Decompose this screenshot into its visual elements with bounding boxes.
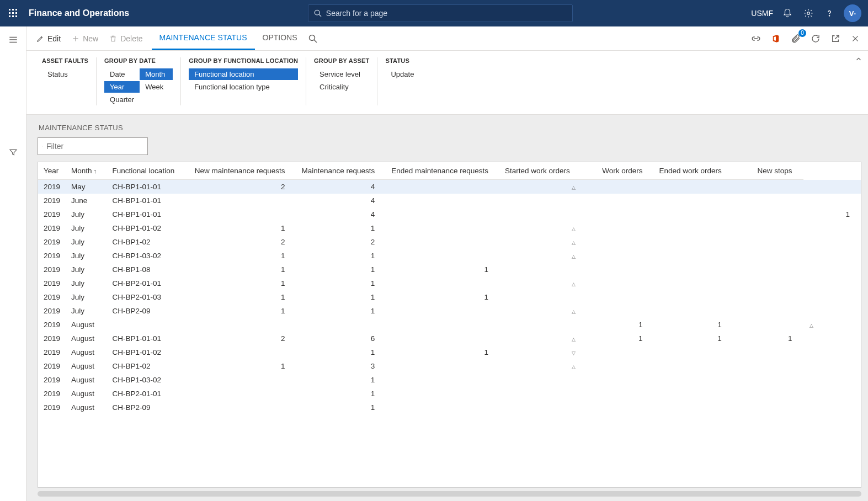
notifications-icon[interactable] [781, 7, 794, 20]
attachments-icon[interactable]: 0 [790, 33, 802, 45]
col-maintenance-requests[interactable]: Maintenance requests [296, 162, 386, 180]
find-button[interactable] [305, 26, 323, 50]
chip-quarter[interactable]: Quarter [104, 94, 140, 105]
table-row[interactable]: 2019AugustCH-BP1-01-0211▽ [38, 345, 861, 359]
trend-up-icon: △ [810, 323, 813, 328]
collapse-action-pane-icon[interactable] [855, 55, 862, 63]
refresh-icon[interactable] [810, 33, 822, 45]
chip-week[interactable]: Week [140, 81, 173, 93]
table-row[interactable]: 2019JulyCH-BP1-03-0211△ [38, 249, 861, 263]
filter-pane-icon[interactable] [7, 146, 20, 159]
chip-update[interactable]: Update [385, 68, 419, 80]
chip-date[interactable]: Date [104, 68, 140, 80]
popout-icon[interactable] [829, 33, 842, 45]
svg-rect-8 [15, 15, 17, 17]
app-launcher-icon[interactable] [7, 7, 20, 20]
table-row[interactable]: 2019MayCH-BP1-01-0124△ [38, 180, 861, 194]
grid-filter[interactable] [38, 137, 148, 155]
trend-up-icon: △ [572, 226, 576, 232]
table-row[interactable]: 2019AugustCH-BP1-0213△ [38, 359, 861, 373]
chip-functional-location[interactable]: Functional location [189, 68, 298, 80]
global-search-input[interactable] [326, 9, 567, 18]
svg-rect-4 [12, 12, 14, 14]
trend-up-icon: △ [572, 185, 576, 190]
table-row[interactable]: 2019JulyCH-BP1-08111 [38, 263, 861, 276]
top-navbar: Finance and Operations USMF V- [0, 0, 868, 26]
group-status: STATUS Update [377, 57, 427, 105]
col-started-work-orders[interactable]: Started work orders [499, 162, 581, 180]
svg-rect-2 [15, 9, 17, 10]
col-functional-location[interactable]: Functional location [107, 162, 189, 180]
svg-point-9 [315, 10, 319, 15]
section-title: MAINTENANCE STATUS [39, 124, 861, 132]
tab-maintenance-status[interactable]: MAINTENANCE STATUS [152, 26, 255, 50]
table-row[interactable]: 2019AugustCH-BP2-091 [38, 401, 861, 414]
search-icon [42, 143, 43, 150]
chip-year[interactable]: Year [104, 81, 140, 93]
content-area: MAINTENANCE STATUS YearMonth↑Functional … [26, 115, 868, 501]
group-by-date: GROUP BY DATE DateMonthYearWeekQuarter [96, 57, 180, 105]
svg-line-19 [314, 40, 317, 42]
horizontal-scrollbar[interactable] [38, 491, 861, 497]
search-icon [308, 34, 317, 43]
table-row[interactable]: 2019JulyCH-BP2-01-0111△ [38, 276, 861, 290]
col-new-maintenance-requests[interactable]: New maintenance requests [189, 162, 296, 180]
table-row[interactable]: 2019JulyCH-BP2-01-03111 [38, 290, 861, 304]
grid-filter-input[interactable] [46, 142, 143, 151]
chip-functional-location-type[interactable]: Functional location type [189, 81, 298, 93]
col-ended-maintenance-requests[interactable]: Ended maintenance requests [386, 162, 499, 180]
trend-up-icon: △ [572, 337, 576, 342]
grid: YearMonth↑Functional locationNew mainten… [38, 162, 861, 488]
action-pane: ASSET FAULTS Status GROUP BY DATE DateMo… [26, 51, 868, 115]
trend-up-icon: △ [572, 281, 576, 287]
trend-down-icon: ▽ [572, 350, 576, 356]
col-month[interactable]: Month↑ [66, 162, 107, 180]
svg-rect-5 [15, 12, 17, 14]
group-title: STATUS [385, 57, 419, 64]
table-row[interactable]: 2019JulyCH-BP1-01-0211△ [38, 221, 861, 235]
settings-icon[interactable] [802, 7, 815, 20]
tab-options[interactable]: OPTIONS [255, 26, 305, 50]
group-by-functional-location: GROUP BY FUNCTIONAL LOCATION Functional … [180, 57, 306, 105]
table-row[interactable]: 2019AugustCH-BP2-01-011 [38, 387, 861, 401]
table-row[interactable]: 2019August11△ [38, 318, 861, 332]
table-row[interactable]: 2019AugustCH-BP1-01-0126△111 [38, 332, 861, 345]
close-icon[interactable] [849, 33, 861, 45]
help-icon[interactable] [823, 7, 836, 20]
office-icon[interactable] [770, 33, 782, 45]
delete-label: Delete [120, 34, 142, 43]
tabs: MAINTENANCE STATUSOPTIONS [152, 26, 305, 50]
col-ended-work-orders[interactable]: Ended work orders [653, 162, 732, 180]
col-work-orders[interactable]: Work orders [581, 162, 654, 180]
table-row[interactable]: 2019JulyCH-BP1-0222△ [38, 235, 861, 249]
col-year[interactable]: Year [38, 162, 66, 180]
table-row[interactable]: 2019AugustCH-BP1-03-021 [38, 373, 861, 387]
link-icon[interactable] [750, 33, 762, 45]
left-rail [0, 26, 26, 501]
svg-line-10 [319, 14, 321, 17]
group-title: GROUP BY FUNCTIONAL LOCATION [189, 57, 298, 64]
table-row[interactable]: 2019JuneCH-BP1-01-014 [38, 194, 861, 207]
chip-service-level[interactable]: Service level [314, 68, 369, 80]
trend-up-icon: △ [572, 309, 576, 315]
table-row[interactable]: 2019JulyCH-BP1-01-0141 [38, 207, 861, 221]
edit-button[interactable]: Edit [31, 26, 66, 50]
table-row[interactable]: 2019JulyCH-BP2-0911△ [38, 304, 861, 318]
chip-criticality[interactable]: Criticality [314, 81, 369, 93]
hamburger-icon[interactable] [7, 33, 20, 46]
command-bar: Edit New Delete MAINTENANCE STATUSOPTION… [26, 26, 868, 51]
user-avatar[interactable]: V- [844, 4, 861, 22]
svg-point-12 [829, 15, 829, 16]
pencil-icon [36, 35, 44, 42]
new-label: New [83, 34, 98, 43]
svg-rect-6 [9, 15, 10, 17]
chip-month[interactable]: Month [140, 68, 173, 80]
svg-point-18 [309, 35, 315, 40]
chip-status[interactable]: Status [42, 68, 88, 80]
trend-up-icon: △ [572, 364, 576, 370]
trend-up-icon: △ [572, 240, 576, 246]
delete-button: Delete [104, 26, 148, 50]
col-new-stops[interactable]: New stops [733, 162, 803, 180]
company-picker[interactable]: USMF [751, 9, 773, 18]
global-search[interactable] [308, 4, 573, 22]
